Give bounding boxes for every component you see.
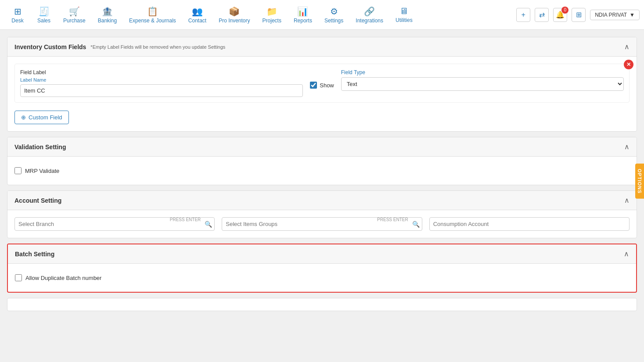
items-group-press-enter: PRESS ENTER bbox=[377, 217, 408, 222]
nav-item-desk[interactable]: ⊞ Desk bbox=[4, 0, 31, 30]
allow-duplicate-batch-row: Allow Duplicate Batch number bbox=[15, 271, 629, 285]
account-row: PRESS ENTER 🔍 PRESS ENTER 🔍 bbox=[14, 217, 630, 231]
nav-item-settings[interactable]: ⚙ Settings bbox=[318, 0, 349, 30]
collapse-batch-icon: ∧ bbox=[624, 250, 629, 258]
plus-icon: ⊕ bbox=[21, 114, 26, 121]
branch-search-button[interactable]: 🔍 bbox=[205, 221, 212, 228]
user-menu[interactable]: NDIA PRIVAT ▼ bbox=[590, 10, 640, 20]
validation-setting-header[interactable]: Validation Setting ∧ bbox=[7, 137, 637, 157]
bottom-section bbox=[7, 298, 637, 311]
add-button[interactable]: + bbox=[516, 8, 530, 22]
account-setting-body: PRESS ENTER 🔍 PRESS ENTER 🔍 bbox=[7, 210, 637, 238]
nav-item-purchase[interactable]: 🛒 Purchase bbox=[57, 0, 92, 30]
remove-field-button[interactable]: ✕ bbox=[624, 60, 633, 69]
branch-field-group: PRESS ENTER 🔍 bbox=[14, 217, 215, 231]
batch-setting-header[interactable]: Batch Setting ∧ bbox=[8, 244, 636, 264]
inventory-custom-fields-header[interactable]: Inventory Custom Fields *Empty Label Fie… bbox=[7, 37, 637, 57]
nav-item-contact[interactable]: 👥 Contact bbox=[182, 0, 212, 30]
sales-icon: 🧾 bbox=[39, 6, 50, 17]
mrp-validate-label: MRP Validate bbox=[25, 168, 59, 174]
custom-field-row: ✕ Field Label Label Name Show Field Type… bbox=[14, 64, 630, 103]
field-label-text: Field Label bbox=[20, 69, 303, 75]
nav-item-utilities[interactable]: 🖥 Utilities bbox=[389, 0, 419, 30]
collapse-validation-icon: ∧ bbox=[624, 143, 630, 151]
pro-inventory-icon: 📦 bbox=[229, 6, 240, 17]
mrp-validate-checkbox[interactable] bbox=[14, 167, 22, 174]
chevron-down-icon: ▼ bbox=[630, 12, 635, 18]
field-label-input[interactable] bbox=[20, 84, 303, 97]
batch-setting-body: Allow Duplicate Batch number bbox=[8, 264, 636, 292]
contact-icon: 👥 bbox=[192, 6, 203, 17]
transfer-button[interactable]: ⇄ bbox=[535, 8, 549, 22]
nav-label-pro-inventory: Pro Inventory bbox=[219, 18, 250, 24]
show-checkbox[interactable] bbox=[310, 82, 317, 89]
branch-press-enter: PRESS ENTER bbox=[170, 217, 201, 222]
nav-label-banking: Banking bbox=[98, 18, 117, 24]
account-setting-section: Account Setting ∧ PRESS ENTER 🔍 PRESS EN… bbox=[7, 190, 637, 238]
items-group-field-group: PRESS ENTER 🔍 bbox=[222, 217, 422, 231]
batch-setting-section: Batch Setting ∧ Allow Duplicate Batch nu… bbox=[7, 244, 637, 293]
add-custom-field-label: Custom Field bbox=[29, 114, 62, 121]
nav-label-desk: Desk bbox=[11, 18, 23, 24]
show-label: Show bbox=[320, 82, 334, 89]
inventory-custom-fields-body: ✕ Field Label Label Name Show Field Type… bbox=[7, 57, 637, 131]
account-setting-header[interactable]: Account Setting ∧ bbox=[7, 191, 637, 210]
projects-icon: 📁 bbox=[266, 6, 277, 17]
nav-label-reports: Reports bbox=[294, 18, 312, 24]
nav-item-pro-inventory[interactable]: 📦 Pro Inventory bbox=[212, 0, 256, 30]
nav-item-reports[interactable]: 📊 Reports bbox=[288, 0, 318, 30]
consumption-field-group bbox=[429, 217, 630, 231]
nav-items: ⊞ Desk 🧾 Sales 🛒 Purchase 🏦 Banking 📋 Ex… bbox=[4, 0, 516, 30]
mrp-validate-row: MRP Validate bbox=[14, 164, 630, 178]
desk-icon: ⊞ bbox=[14, 6, 22, 17]
inventory-notice: *Empty Label Fields will be removed when… bbox=[90, 44, 225, 50]
settings-icon: ⚙ bbox=[330, 6, 338, 17]
main-content: Inventory Custom Fields *Empty Label Fie… bbox=[0, 30, 644, 323]
options-tab[interactable]: OPTIONS bbox=[635, 163, 644, 199]
inventory-custom-fields-title: Inventory Custom Fields bbox=[14, 43, 86, 50]
nav-label-projects: Projects bbox=[263, 18, 281, 24]
account-setting-title: Account Setting bbox=[14, 197, 61, 204]
expense-icon: 📋 bbox=[147, 6, 158, 17]
consumption-input[interactable] bbox=[429, 217, 630, 231]
validation-setting-title: Validation Setting bbox=[14, 143, 66, 151]
user-label: NDIA PRIVAT bbox=[595, 12, 627, 18]
nav-label-purchase: Purchase bbox=[63, 18, 86, 24]
nav-item-projects[interactable]: 📁 Projects bbox=[256, 0, 288, 30]
add-custom-field-button[interactable]: ⊕ Custom Field bbox=[14, 111, 69, 124]
show-group: Show bbox=[310, 69, 334, 89]
nav-item-expense-journals[interactable]: 📋 Expense & Journals bbox=[123, 0, 182, 30]
validation-setting-section: Validation Setting ∧ MRP Validate bbox=[7, 137, 637, 185]
allow-duplicate-checkbox[interactable] bbox=[15, 274, 22, 281]
batch-setting-title: Batch Setting bbox=[15, 251, 54, 258]
nav-label-expense: Expense & Journals bbox=[129, 18, 176, 24]
field-type-select[interactable]: Text Number Date Dropdown bbox=[341, 77, 624, 91]
nav-item-banking[interactable]: 🏦 Banking bbox=[92, 0, 123, 30]
collapse-account-icon: ∧ bbox=[624, 196, 630, 204]
utilities-icon: 🖥 bbox=[399, 6, 408, 16]
items-group-search-button[interactable]: 🔍 bbox=[412, 221, 420, 228]
nav-item-integrations[interactable]: 🔗 Integrations bbox=[349, 0, 389, 30]
allow-duplicate-label: Allow Duplicate Batch number bbox=[25, 275, 101, 281]
nav-label-sales: Sales bbox=[37, 18, 50, 24]
notification-badge: 0 bbox=[561, 7, 568, 14]
notification-button[interactable]: 🔔 0 bbox=[553, 8, 567, 22]
reports-icon: 📊 bbox=[297, 6, 308, 17]
grid-button[interactable]: ⊞ bbox=[572, 8, 586, 22]
top-nav: ⊞ Desk 🧾 Sales 🛒 Purchase 🏦 Banking 📋 Ex… bbox=[0, 0, 644, 30]
purchase-icon: 🛒 bbox=[69, 6, 80, 17]
nav-label-integrations: Integrations bbox=[356, 18, 383, 24]
integrations-icon: 🔗 bbox=[364, 6, 375, 17]
nav-label-utilities: Utilities bbox=[396, 17, 413, 23]
inventory-custom-fields-section: Inventory Custom Fields *Empty Label Fie… bbox=[7, 37, 637, 132]
nav-label-settings: Settings bbox=[324, 18, 343, 24]
field-type-group: Field Type Text Number Date Dropdown bbox=[341, 69, 624, 91]
nav-right: + ⇄ 🔔 0 ⊞ NDIA PRIVAT ▼ bbox=[516, 8, 640, 22]
collapse-inventory-icon: ∧ bbox=[624, 43, 630, 51]
field-type-label: Field Type bbox=[341, 69, 624, 75]
banking-icon: 🏦 bbox=[102, 6, 113, 17]
nav-item-sales[interactable]: 🧾 Sales bbox=[31, 0, 57, 30]
validation-setting-body: MRP Validate bbox=[7, 157, 637, 185]
field-label-group: Field Label Label Name bbox=[20, 69, 303, 97]
nav-label-contact: Contact bbox=[188, 18, 206, 24]
